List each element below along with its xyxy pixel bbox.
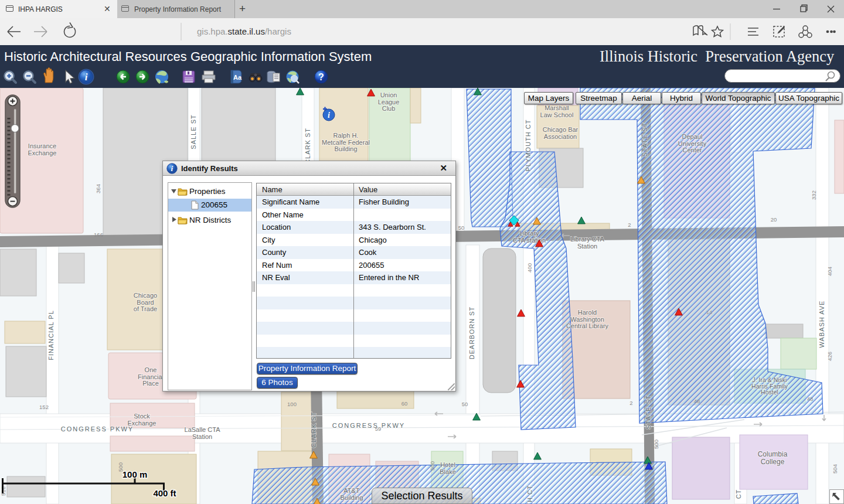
svg-text:166: 166 xyxy=(94,231,103,238)
svg-text:Library: Library xyxy=(519,230,539,237)
svg-text:Association: Association xyxy=(544,133,577,140)
svg-text:Stock: Stock xyxy=(134,413,150,420)
svg-text:Library CTA: Library CTA xyxy=(570,236,605,243)
svg-text:STATE ST: STATE ST xyxy=(641,122,648,157)
svg-text:Harold: Harold xyxy=(578,309,597,316)
svg-text:i: i xyxy=(328,111,330,120)
svg-text:Law School: Law School xyxy=(540,111,574,118)
svg-text:364: 364 xyxy=(95,184,101,193)
svg-text:Insurance: Insurance xyxy=(28,142,56,149)
svg-text:48: 48 xyxy=(694,398,700,404)
svg-text:i: i xyxy=(85,71,88,83)
svg-text:CONGRESS PKWY: CONGRESS PKWY xyxy=(332,422,405,429)
svg-text:2: 2 xyxy=(629,400,632,406)
svg-text:Hotel: Hotel xyxy=(440,461,455,468)
svg-text:Aa: Aa xyxy=(233,74,242,81)
svg-text:Station: Station xyxy=(192,433,212,440)
svg-text:Washington: Washington xyxy=(570,316,604,323)
svg-text:Hostel: Hostel xyxy=(761,389,778,396)
svg-text:University: University xyxy=(678,140,707,147)
svg-text:500: 500 xyxy=(653,440,659,449)
svg-text:TH CT: TH CT xyxy=(526,485,533,504)
svg-text:Building: Building xyxy=(340,494,363,501)
svg-text:League: League xyxy=(378,98,400,105)
svg-text:60: 60 xyxy=(401,400,408,407)
svg-text:of Trade: of Trade xyxy=(134,305,157,312)
svg-text:One: One xyxy=(145,366,157,373)
svg-text:Chicago: Chicago xyxy=(134,292,157,299)
svg-text:College: College xyxy=(761,458,785,466)
svg-text:50: 50 xyxy=(458,224,465,231)
svg-text:Place: Place xyxy=(142,380,159,387)
svg-text:i: i xyxy=(171,164,173,173)
svg-text:Chicago Bar: Chicago Bar xyxy=(543,126,578,133)
svg-text:59: 59 xyxy=(375,425,382,432)
svg-text:CONGRESS PKWY: CONGRESS PKWY xyxy=(61,425,134,433)
svg-text:Depaul: Depaul xyxy=(682,133,703,140)
svg-text:2: 2 xyxy=(628,222,631,228)
svg-text:Union: Union xyxy=(380,91,397,98)
svg-text:Columbia: Columbia xyxy=(758,450,788,458)
svg-text:Marshall: Marshall xyxy=(544,104,569,111)
svg-text:Building: Building xyxy=(334,145,357,152)
svg-text:Center: Center xyxy=(682,147,702,154)
svg-text:50: 50 xyxy=(462,401,468,407)
svg-text:Financial: Financial xyxy=(138,373,164,380)
svg-text:20: 20 xyxy=(771,216,777,223)
svg-text:Club: Club xyxy=(382,105,396,112)
svg-text:CLARK ST: CLARK ST xyxy=(304,128,311,164)
svg-text:Station: Station xyxy=(577,243,597,250)
svg-text:WABASH AVE: WABASH AVE xyxy=(818,301,825,348)
svg-text:Blake: Blake xyxy=(440,468,456,475)
svg-text:426: 426 xyxy=(826,352,833,361)
svg-text:152: 152 xyxy=(39,404,49,410)
svg-text:332: 332 xyxy=(811,190,817,200)
svg-text:Central Library: Central Library xyxy=(566,322,609,329)
svg-text:CT: CT xyxy=(735,489,742,499)
svg-text:504: 504 xyxy=(832,464,838,474)
svg-text:PLYMOUTH CT: PLYMOUTH CT xyxy=(525,119,532,171)
svg-text:Board: Board xyxy=(137,299,154,306)
svg-text:DEARBORN ST: DEARBORN ST xyxy=(468,307,475,359)
svg-text:400: 400 xyxy=(526,263,533,273)
svg-text:Metcalfe Federal: Metcalfe Federal xyxy=(322,139,370,146)
svg-text:LaSalle CTA: LaSalle CTA xyxy=(185,426,221,433)
svg-text:100 m: 100 m xyxy=(122,469,148,479)
svg-text:CLARK ST: CLARK ST xyxy=(310,411,317,448)
svg-text:400 ft: 400 ft xyxy=(153,488,176,498)
svg-text:100: 100 xyxy=(287,401,297,407)
svg-text:STATE ST: STATE ST xyxy=(645,395,652,430)
svg-text:SALLE ST: SALLE ST xyxy=(190,114,197,149)
svg-text:Ralph H.: Ralph H. xyxy=(333,132,359,139)
svg-text:48: 48 xyxy=(807,396,814,402)
svg-text:AT&T: AT&T xyxy=(343,487,360,494)
svg-text:?: ? xyxy=(318,72,324,82)
svg-text:FINANCIAL PL: FINANCIAL PL xyxy=(47,310,55,360)
svg-text:500: 500 xyxy=(429,461,435,471)
svg-text:Exchange: Exchange xyxy=(28,149,57,156)
svg-text:404: 404 xyxy=(826,267,833,276)
svg-text:14: 14 xyxy=(706,309,713,315)
